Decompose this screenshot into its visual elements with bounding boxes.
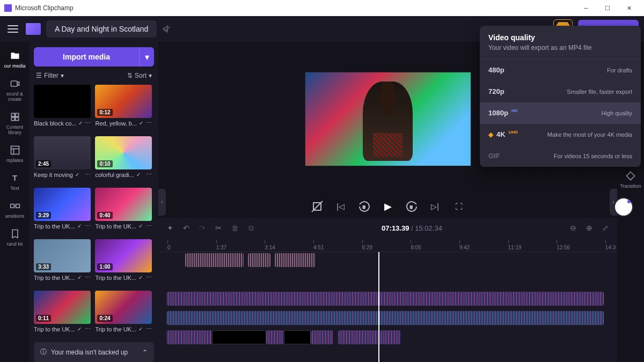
zoom-out-button[interactable]: ⊖ (570, 224, 576, 232)
media-item[interactable]: 0:11Trip to the UK...✓⋯ (34, 291, 91, 338)
rewind-5-button[interactable]: 5 (358, 200, 371, 213)
timeline-tracks[interactable] (158, 252, 617, 362)
check-icon: ✓ (138, 223, 143, 229)
ruler-tick: 0 (167, 240, 171, 250)
diamond-icon (625, 171, 636, 181)
media-label: Trip to the UK...✓⋯ (34, 274, 91, 281)
media-label: Trip to the UK...✓⋯ (95, 326, 152, 333)
duration-badge: 0:12 (97, 109, 112, 116)
check-icon: ✓ (138, 275, 143, 280)
more-icon: ⋯ (146, 171, 152, 178)
media-item[interactable]: 0:40Trip to the UK...✓⋯ (95, 188, 152, 235)
undo-button[interactable]: ↶ (183, 224, 189, 232)
rightrail-diamond[interactable]: Transition (617, 166, 644, 193)
duration-badge: 3:29 (36, 212, 51, 219)
media-item[interactable]: 3:29Trip to the UK...✓⋯ (34, 188, 91, 235)
timeline-ruler[interactable]: 01:373:144:516:288:059:4211:1912:5614:3 (158, 238, 617, 252)
more-icon: ⋯ (146, 120, 152, 127)
transitions-icon (10, 201, 20, 211)
brand-icon (10, 228, 20, 239)
media-item[interactable]: 0:10colorful gradi...✓⋯ (95, 136, 152, 183)
media-item[interactable]: 1:00Trip to the UK...✓⋯ (95, 239, 152, 286)
ruler-tick: 1:37 (216, 240, 226, 250)
media-item[interactable]: 0:12Red, yellow, b...✓⋯ (95, 85, 152, 132)
playback-controls: |◁ 5 ▶ 5 ▷| ⛶ (158, 196, 617, 217)
import-media-dropdown[interactable]: ▾ (139, 47, 154, 67)
zoom-in-button[interactable]: ⊕ (586, 224, 592, 232)
playhead[interactable] (378, 252, 379, 362)
svg-text:5: 5 (410, 205, 413, 210)
redo-button[interactable]: ↷ (199, 224, 206, 232)
forward-5-button[interactable]: 5 (405, 200, 418, 213)
check-icon: ✓ (136, 172, 141, 178)
ruler-tick: 3:14 (265, 240, 275, 250)
media-label: Trip to the UK...✓⋯ (34, 326, 91, 333)
svg-rect-5 (11, 117, 14, 121)
chevron-down-icon: ▾ (61, 72, 64, 79)
delete-button[interactable]: 🗑 (231, 224, 239, 232)
media-item[interactable]: 2:45Keep it moving✓⋯ (34, 136, 91, 183)
fullscreen-button[interactable]: ⛶ (452, 200, 465, 213)
media-label: Red, yellow, b...✓⋯ (95, 120, 152, 127)
chevron-up-icon: ⌃ (142, 349, 148, 356)
hamburger-menu-button[interactable] (5, 21, 20, 36)
check-icon: ✓ (77, 326, 82, 332)
media-item[interactable]: 3:33Trip to the UK...✓⋯ (34, 239, 91, 286)
leftrail-text[interactable]: TText (0, 168, 30, 195)
more-icon: ⋯ (146, 223, 152, 230)
more-icon: ⋯ (85, 326, 91, 333)
leftrail-camera[interactable]: ecord & create (0, 74, 30, 106)
backup-warning[interactable]: ⓘ Your media isn't backed up ⌃ (34, 342, 154, 362)
video-preview[interactable] (305, 72, 471, 166)
media-thumbnail: 0:40 (95, 188, 152, 221)
left-rail: our mediaecord & createContent librarymp… (0, 42, 30, 362)
clipchamp-logo (26, 23, 41, 35)
import-media-button[interactable]: Import media (34, 47, 139, 67)
preview-content (363, 82, 412, 161)
media-thumbnail: 3:33 (34, 239, 91, 272)
media-thumbnail: 1:00 (95, 239, 152, 272)
export-option-480p[interactable]: 480pFor drafts (480, 60, 641, 81)
fit-timeline-button[interactable]: ⤢ (602, 224, 609, 232)
window-minimize-button[interactable]: ─ (575, 1, 597, 16)
media-grid: Black block co...✓⋯0:12Red, yellow, b...… (34, 85, 154, 338)
media-item[interactable]: 0:24Trip to the UK...✓⋯ (95, 291, 152, 338)
auto-beat-button[interactable]: ✦ (167, 224, 173, 232)
leftrail-templates[interactable]: mplates (0, 141, 30, 167)
timeline: ✦ ↶ ↷ ✂ 🗑 ⧉ 07:13.39 / 15:02.34 ⊖ ⊕ ⤢ 01… (158, 217, 617, 362)
sort-button[interactable]: ⇅ Sort ▾ (127, 72, 152, 79)
export-option-4k[interactable]: ◆ 4KUHDMake the most of your 4K media (480, 124, 641, 145)
project-title[interactable]: A Day and Night in Scotland (46, 20, 157, 38)
check-icon: ✓ (77, 223, 82, 229)
mute-icon[interactable] (162, 24, 173, 34)
media-item[interactable]: Black block co...✓⋯ (34, 85, 91, 132)
check-icon: ✓ (138, 326, 143, 332)
duration-badge: 0:10 (97, 160, 112, 167)
skip-forward-button[interactable]: ▷| (429, 200, 442, 213)
svg-text:T: T (12, 173, 17, 182)
leftrail-library[interactable]: Content library (0, 107, 30, 139)
split-button[interactable]: ✂ (215, 224, 222, 232)
play-button[interactable]: ▶ (382, 200, 394, 213)
leftrail-brand[interactable]: rand kit (0, 224, 30, 251)
leftrail-folder[interactable]: our media (0, 46, 30, 73)
svg-rect-11 (10, 204, 14, 208)
svg-rect-7 (11, 146, 19, 154)
folder-icon (10, 50, 20, 61)
window-maximize-button[interactable]: ☐ (597, 1, 618, 16)
library-icon (10, 112, 20, 122)
ruler-tick: 6:28 (362, 240, 372, 250)
media-label: Black block co...✓⋯ (34, 120, 91, 127)
filter-button[interactable]: ☰ Filter ▾ (36, 72, 64, 79)
window-close-button[interactable]: ✕ (618, 1, 640, 16)
crop-button[interactable] (311, 200, 324, 213)
duplicate-button[interactable]: ⧉ (248, 224, 254, 233)
svg-rect-4 (15, 113, 18, 116)
export-option-1080p[interactable]: 1080pHDHigh quality (480, 102, 641, 124)
more-icon: ⋯ (85, 274, 91, 281)
skip-back-button[interactable]: |◁ (334, 200, 347, 213)
user-avatar[interactable] (614, 197, 633, 217)
export-option-720p[interactable]: 720pSmaller file, faster export (480, 81, 641, 102)
more-icon: ⋯ (85, 223, 91, 230)
leftrail-transitions[interactable]: ansitions (0, 196, 30, 223)
